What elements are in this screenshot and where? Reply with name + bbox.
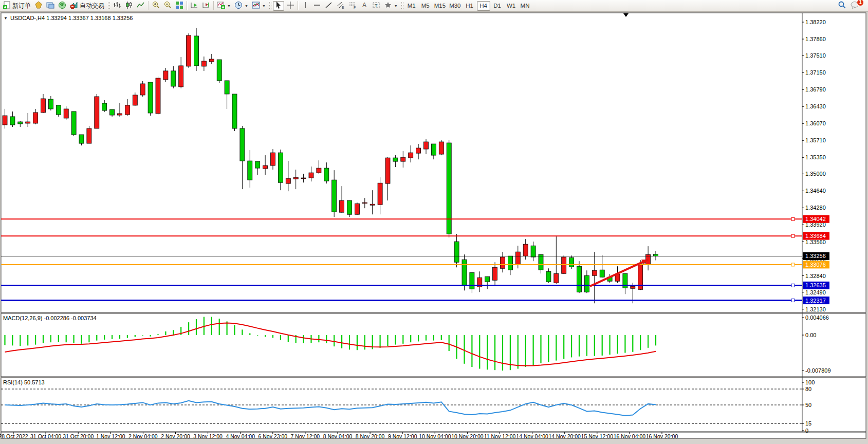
date-axis-labels: 28 Oct 202231 Oct 04:0031 Oct 20:001 Nov… — [0, 432, 678, 439]
price-axis-label: 1.32840 — [805, 273, 826, 279]
toolbar-grip — [401, 2, 403, 10]
zoom-in-button[interactable] — [150, 1, 161, 11]
price-axis-label: 1.37860 — [805, 36, 826, 42]
tf-button-M1[interactable]: M1 — [405, 1, 418, 11]
dropdown-arrow-icon: ▼ — [245, 4, 248, 8]
candle-body — [171, 71, 176, 86]
signals-button[interactable] — [57, 1, 68, 11]
rsi-axis-label: 50 — [805, 402, 811, 408]
crosshair-button[interactable] — [285, 1, 296, 11]
candle-body — [332, 180, 337, 212]
candle-body — [592, 270, 597, 275]
candle-body — [600, 270, 604, 277]
tf-button-MN[interactable]: MN — [519, 1, 532, 11]
tf-button-D1[interactable]: D1 — [491, 1, 504, 11]
candle-body — [508, 256, 512, 270]
search-button[interactable] — [836, 1, 848, 11]
candle-body — [470, 272, 474, 289]
autotrading-button[interactable]: 自动交易 — [68, 1, 106, 11]
periods-button[interactable]: ▼ — [233, 1, 250, 11]
candle-body — [370, 204, 375, 205]
fibonacci-icon: F — [348, 1, 357, 11]
cursor-button[interactable] — [273, 1, 284, 11]
chart-window[interactable]: 1.382201.378601.375101.371501.367901.364… — [0, 12, 868, 442]
date-label: 2 Nov 04:00 — [128, 433, 158, 439]
indicators-icon — [217, 1, 225, 11]
svg-text:T: T — [375, 3, 378, 8]
line-chart-button[interactable] — [135, 1, 146, 11]
rsi-title: RSI(14) 50.5713 — [3, 379, 45, 385]
candle-body — [56, 105, 61, 115]
symbol-ohlc-text: USDCAD-,H4 1.33294 1.33367 1.33168 1.332… — [10, 15, 133, 21]
signals-icon — [58, 1, 66, 11]
candle-body — [95, 97, 99, 128]
date-label: 16 Nov 20:00 — [646, 433, 678, 439]
arrow-shapes-button[interactable]: ▼ — [382, 1, 399, 11]
candle-body — [385, 158, 390, 183]
fibonacci-button[interactable]: F — [347, 1, 358, 11]
tf-button-M30[interactable]: M30 — [448, 1, 462, 11]
price-tag-label: 1.33076 — [805, 262, 826, 268]
svg-text:E: E — [342, 6, 344, 9]
timeframe-group: M1M5M15M30H1H4D1W1MN — [405, 1, 532, 11]
candle-body — [654, 254, 658, 256]
text-button[interactable]: A — [359, 1, 370, 11]
search-icon — [838, 1, 846, 11]
price-axis-label: 1.36790 — [805, 86, 826, 92]
new-order-button[interactable]: 新订单 — [1, 1, 32, 11]
text-label-button[interactable]: T — [371, 1, 382, 11]
candle-body — [87, 128, 91, 143]
text-label-icon: T — [372, 1, 380, 11]
tile-windows-icon — [175, 1, 183, 11]
tf-button-M15[interactable]: M15 — [433, 1, 447, 11]
zoom-out-button[interactable] — [162, 1, 173, 11]
price-axis-label: 1.32490 — [805, 289, 826, 295]
tile-windows-button[interactable] — [174, 1, 185, 11]
candle-body — [546, 271, 551, 282]
candle-body — [584, 275, 589, 292]
date-label: 16 Nov 04:00 — [614, 433, 646, 439]
tf-button-H1[interactable]: H1 — [463, 1, 476, 11]
chart-menu-icon[interactable]: ▼ — [4, 16, 8, 21]
candle-body — [631, 286, 635, 288]
candle-body — [501, 257, 505, 268]
candle-body — [439, 142, 444, 154]
price-axis-label: 1.35350 — [805, 154, 826, 160]
date-label: 31 Oct 20:00 — [63, 433, 94, 439]
auto-scroll-button[interactable] — [189, 1, 200, 11]
candle-body — [340, 200, 344, 212]
tf-button-M5[interactable]: M5 — [419, 1, 432, 11]
bar-chart-button[interactable] — [112, 1, 123, 11]
price-axis-label: 1.37150 — [805, 69, 826, 76]
market-watch-button[interactable] — [45, 1, 56, 11]
candle-body — [569, 257, 574, 267]
main-pane[interactable] — [1, 13, 866, 312]
metaeditor-icon — [34, 1, 43, 11]
text-icon: A — [360, 1, 368, 11]
price-tag-label: 1.32317 — [805, 298, 826, 304]
candle-body — [485, 276, 490, 282]
tf-button-W1[interactable]: W1 — [505, 1, 518, 11]
equidistant-channel-button[interactable]: E — [335, 1, 346, 11]
toolbar-separator — [148, 1, 149, 10]
svg-text:F: F — [354, 6, 356, 9]
candle-body — [523, 244, 528, 256]
horizontal-line-button[interactable] — [311, 1, 323, 11]
templates-button[interactable]: ▼ — [250, 1, 267, 11]
chart-shift-button[interactable] — [200, 1, 212, 11]
metaeditor-button[interactable] — [33, 1, 44, 11]
new-order-label: 新订单 — [12, 2, 31, 10]
candle-body — [431, 144, 436, 155]
trendline-button[interactable] — [323, 1, 335, 11]
chart-canvas[interactable]: 1.382201.378601.375101.371501.367901.364… — [0, 12, 868, 442]
tf-button-H4[interactable]: H4 — [477, 1, 490, 11]
macd-pane[interactable] — [1, 313, 866, 377]
price-axis-label: 1.36070 — [805, 120, 826, 126]
vertical-line-button[interactable] — [300, 1, 311, 11]
candle-body — [79, 135, 84, 143]
candlestick-chart-button[interactable] — [123, 1, 135, 11]
indicators-button[interactable]: ▼ — [215, 1, 232, 11]
candle-body — [317, 168, 321, 173]
date-label: 4 Nov 04:00 — [226, 433, 255, 439]
candle-body — [278, 153, 283, 182]
